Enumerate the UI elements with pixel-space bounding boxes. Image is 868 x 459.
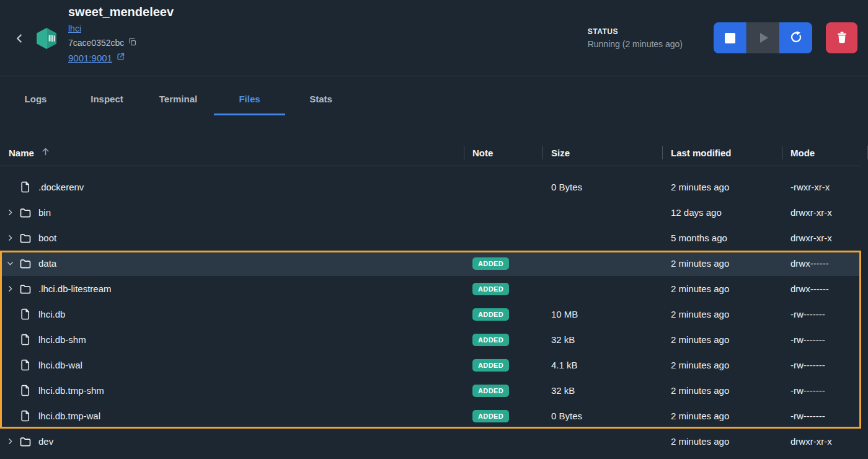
table-row[interactable]: .dockerenv 0 Bytes 2 minutes ago -rwxr-x… [0,174,861,200]
size-cell: 32 kB [542,334,662,345]
note-cell: ADDED [464,308,542,321]
name-cell: lhci.db-shm [0,333,464,347]
folder-icon [19,231,32,245]
tab-stats[interactable]: Stats [285,82,356,115]
tab-logs[interactable]: Logs [0,82,71,115]
table-body: .dockerenv 0 Bytes 2 minutes ago -rwxr-x… [0,166,861,454]
chevron-right-icon[interactable] [5,283,16,294]
modified-cell: 2 minutes ago [662,334,782,345]
name-cell: lhci.db [0,308,464,321]
note-badge: ADDED [472,385,509,397]
note-cell: ADDED [464,334,542,346]
image-link[interactable]: lhci [68,24,81,33]
delete-button[interactable] [826,22,857,53]
table-row[interactable]: bin 12 days ago drwxr-xr-x [0,200,861,225]
note-badge: ADDED [472,410,509,422]
table-row[interactable]: lhci.db.tmp-shm ADDED 32 kB 2 minutes ag… [0,378,861,403]
name-cell: .dockerenv [0,180,464,194]
container-controls [714,22,812,53]
chevron-right-icon[interactable] [5,385,16,396]
note-badge: ADDED [472,257,509,270]
column-header-modified[interactable]: Last modified [662,140,782,166]
chevron-right-icon[interactable] [5,334,16,345]
mode-cell: -rw------- [782,411,861,421]
note-cell: ADDED [464,283,542,295]
table-header: Name Note Size Last modified Mode [0,140,861,166]
back-chevron-icon [12,32,26,47]
mode-cell: -rw------- [782,334,861,345]
port-link[interactable]: 9001:9001 [68,53,112,63]
chevron-right-icon[interactable] [5,233,16,243]
table-row[interactable]: lhci.db-wal ADDED 4.1 kB 2 minutes ago -… [0,352,861,378]
back-button[interactable] [11,31,27,47]
name-cell: data [0,257,464,270]
chevron-right-icon[interactable] [5,436,16,447]
file-icon [19,409,32,423]
name-cell: lhci.db.tmp-wal [0,409,464,423]
copy-icon[interactable] [128,37,137,48]
external-link-icon[interactable] [116,52,125,63]
mode-cell: drwx------ [782,258,861,269]
chevron-right-icon[interactable] [5,360,16,370]
chevron-down-icon[interactable] [5,258,16,269]
modified-cell: 2 minutes ago [662,436,782,447]
note-cell: ADDED [464,359,542,372]
status-value: Running (2 minutes ago) [588,39,683,49]
stop-icon [725,33,735,43]
column-label-size: Size [551,148,570,158]
mode-cell: -rw------- [782,385,861,396]
column-header-note[interactable]: Note [464,140,542,166]
table-row[interactable]: lhci.db.tmp-wal ADDED 0 Bytes 2 minutes … [0,403,861,429]
column-header-name[interactable]: Name [0,140,464,166]
size-cell: 0 Bytes [542,182,662,192]
modified-cell: 2 minutes ago [662,411,782,421]
file-icon [19,333,32,347]
table-row[interactable]: .lhci.db-litestream ADDED 2 minutes ago … [0,276,861,301]
file-icon [19,180,32,194]
table-row[interactable]: lhci.db ADDED 10 MB 2 minutes ago -rw---… [0,301,861,327]
modified-cell: 2 minutes ago [662,309,782,319]
column-header-mode[interactable]: Mode [782,140,861,166]
tab-terminal[interactable]: Terminal [143,82,214,115]
column-label-modified: Last modified [671,148,732,158]
restart-button[interactable] [779,22,812,53]
mode-cell: -rw------- [782,309,861,319]
note-badge: ADDED [472,359,509,372]
chevron-right-icon[interactable] [5,207,16,218]
container-cube-icon [35,27,58,52]
file-icon [19,384,32,398]
note-cell: ADDED [464,385,542,397]
mode-cell: drwxr-xr-x [782,436,861,447]
size-cell: 0 Bytes [542,411,662,421]
chevron-right-icon[interactable] [5,309,16,319]
file-name: boot [38,233,56,243]
size-cell: 32 kB [542,385,662,396]
start-button[interactable] [746,22,779,53]
modified-cell: 2 minutes ago [662,283,782,294]
column-header-size[interactable]: Size [542,140,662,166]
mode-cell: drwx------ [782,283,861,294]
file-name: lhci.db.tmp-wal [38,411,100,421]
chevron-right-icon[interactable] [5,411,16,421]
column-label-name: Name [9,148,34,158]
name-cell: lhci.db-wal [0,359,464,372]
chevron-right-icon[interactable] [5,182,16,192]
file-name: dev [38,436,53,447]
stop-button[interactable] [714,22,746,53]
column-label-mode: Mode [790,148,815,158]
status-label: STATUS [588,27,683,36]
size-cell: 4.1 kB [542,360,662,370]
mode-cell: drwxr-xr-x [782,207,861,218]
file-name: lhci.db [38,309,65,319]
modified-cell: 2 minutes ago [662,182,782,192]
trash-icon [835,30,849,46]
modified-cell: 2 minutes ago [662,385,782,396]
tab-files[interactable]: Files [214,82,285,115]
table-row[interactable]: dev 2 minutes ago drwxr-xr-x [0,429,861,454]
table-row[interactable]: lhci.db-shm ADDED 32 kB 2 minutes ago -r… [0,327,861,352]
modified-cell: 5 months ago [662,233,782,243]
name-cell: .lhci.db-litestream [0,282,464,296]
table-row[interactable]: boot 5 months ago drwxr-xr-x [0,225,861,251]
table-row[interactable]: data ADDED 2 minutes ago drwx------ [0,251,861,276]
tab-inspect[interactable]: Inspect [71,82,143,115]
